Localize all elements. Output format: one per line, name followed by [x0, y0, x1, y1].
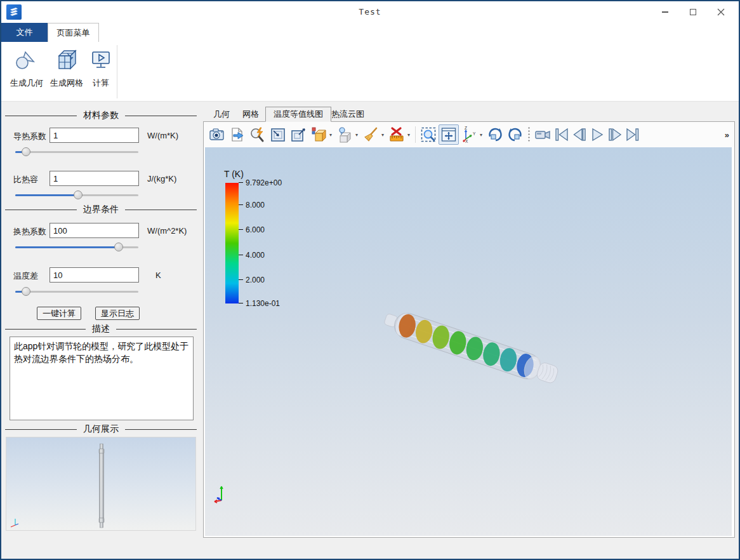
- ribbon-separator: [117, 45, 117, 98]
- thermal-conductivity-input[interactable]: [50, 128, 139, 143]
- tab-geometry[interactable]: 几何: [206, 107, 237, 122]
- temperature-diff-slider[interactable]: [15, 287, 138, 296]
- scene-light-icon[interactable]: [334, 124, 355, 145]
- window-title: Test: [1, 7, 739, 17]
- settings-sidebar: 材料参数 导热系数 W/(m*K) 比热容 J/(kg*K) 边界条件 换热系数…: [5, 105, 197, 537]
- slider-thumb[interactable]: [114, 243, 123, 251]
- group-header-boundary: 边界条件: [5, 204, 197, 215]
- zoom-extents-icon[interactable]: [248, 124, 268, 145]
- compute-button[interactable]: 计算: [86, 46, 116, 97]
- minimize-icon: [662, 11, 668, 13]
- ribbon: 生成几何 生成网格 计算: [1, 42, 739, 102]
- zoom-box-icon[interactable]: [418, 124, 439, 145]
- compute-icon: [88, 46, 114, 74]
- generate-mesh-icon: [54, 46, 79, 74]
- temperature-diff-label: 温度差: [13, 270, 38, 282]
- specific-heat-label: 比热容: [13, 174, 38, 185]
- app-window: Test 文件 页面菜单 生成几何: [0, 0, 740, 560]
- heat-transfer-coeff-slider[interactable]: [15, 243, 138, 251]
- canvas-axes-icon: [214, 483, 230, 504]
- generate-mesh-label: 生成网格: [50, 77, 83, 89]
- graphics-panel: 几何 网格 温度等值线图 热流云图: [202, 105, 736, 538]
- specific-heat-input[interactable]: [50, 171, 139, 186]
- zoom-out-box-icon[interactable]: [288, 124, 308, 145]
- view-axes-icon[interactable]: ZYX: [459, 124, 479, 145]
- last-frame-icon[interactable]: [624, 124, 642, 145]
- previous-frame-icon[interactable]: [571, 124, 588, 145]
- plot-tab-bar: 几何 网格 温度等值线图 热流云图: [202, 107, 736, 122]
- temperature-diff-unit: K: [155, 270, 161, 280]
- rotate-cw-icon[interactable]: [485, 124, 505, 145]
- zoom-in-box-icon[interactable]: [268, 124, 288, 145]
- snapshot-icon[interactable]: [207, 124, 227, 145]
- graphics-toolbar: ▾ ▾ ▾ ▾ ZYX ▾: [204, 122, 734, 147]
- view-axes-dropdown-caret[interactable]: ▾: [480, 132, 485, 138]
- appearance-cube-icon[interactable]: [308, 124, 329, 145]
- toolbar-dotted-separator: [528, 126, 530, 143]
- group-header-preview: 几何展示: [5, 424, 197, 434]
- heat-transfer-coeff-label: 换热系数: [13, 226, 46, 237]
- clear-dropdown-caret[interactable]: ▾: [381, 132, 387, 138]
- specific-heat-slider[interactable]: [15, 190, 138, 199]
- svg-text:Y: Y: [473, 131, 476, 136]
- shaft-model-3d: [381, 292, 585, 387]
- play-icon[interactable]: [588, 124, 606, 145]
- toolbar-separator: [415, 126, 416, 143]
- description-textarea[interactable]: 此app针对调节轮的模型，研究了此模型处于热对流边界条件下的热场分布。: [10, 337, 194, 420]
- generate-geometry-button[interactable]: 生成几何: [7, 46, 46, 97]
- thermal-conductivity-slider[interactable]: [15, 147, 138, 156]
- pan-icon[interactable]: [439, 124, 459, 145]
- preview-axes-icon: [11, 519, 18, 527]
- colorbar-gradient: [225, 183, 239, 303]
- plot-canvas[interactable]: T (K) 9.792e+008.0006.0004.0002.0001.130…: [205, 147, 732, 536]
- generate-geometry-icon: [14, 46, 39, 74]
- geometry-preview-canvas[interactable]: [6, 437, 196, 531]
- heat-transfer-coeff-unit: W/(m^2*K): [147, 226, 187, 236]
- group-header-material: 材料参数: [5, 110, 197, 121]
- colorbar-ticks: 9.792e+008.0006.0004.0002.0001.130e-01: [239, 183, 308, 303]
- heat-transfer-coeff-input[interactable]: [50, 223, 139, 238]
- svg-text:Z: Z: [465, 126, 467, 130]
- scene-light-dropdown-caret[interactable]: ▾: [355, 132, 360, 138]
- title-bar: Test: [1, 1, 739, 23]
- close-icon: [717, 8, 725, 16]
- specific-heat-unit: J/(kg*K): [147, 174, 176, 183]
- generate-mesh-button[interactable]: 生成网格: [47, 46, 86, 97]
- appearance-dropdown-caret[interactable]: ▾: [329, 132, 334, 138]
- slider-thumb[interactable]: [74, 190, 83, 199]
- slider-thumb[interactable]: [22, 147, 30, 156]
- show-log-button[interactable]: 显示日志: [95, 307, 140, 320]
- ribbon-tab-bar: 文件 页面菜单: [1, 23, 739, 42]
- generate-geometry-label: 生成几何: [10, 77, 43, 89]
- tab-mesh[interactable]: 网格: [235, 107, 267, 122]
- plot-pane: ▾ ▾ ▾ ▾ ZYX ▾: [203, 121, 735, 538]
- temperature-diff-input[interactable]: [50, 267, 139, 283]
- minimize-button[interactable]: [651, 1, 679, 23]
- tab-page-menu[interactable]: 页面菜单: [48, 23, 99, 42]
- slider-thumb[interactable]: [22, 287, 30, 296]
- record-movie-icon[interactable]: [532, 124, 553, 145]
- group-header-description: 描述: [5, 324, 197, 334]
- rotate-ccw-icon[interactable]: [505, 124, 525, 145]
- thermal-conductivity-unit: W/(m*K): [147, 131, 178, 140]
- toolbar-overflow-button[interactable]: »: [725, 130, 729, 140]
- first-frame-icon[interactable]: [553, 124, 571, 145]
- maximize-button[interactable]: [679, 1, 707, 23]
- preview-shaft-model: [6, 437, 197, 531]
- window-controls: [651, 1, 735, 23]
- tab-temperature-contour[interactable]: 温度等值线图: [265, 107, 331, 122]
- next-frame-icon[interactable]: [606, 124, 624, 145]
- clear-broom-icon[interactable]: [360, 124, 381, 145]
- svg-text:X: X: [465, 139, 468, 143]
- colorbar-title: T (K): [224, 169, 244, 179]
- close-button[interactable]: [707, 1, 735, 23]
- compute-label: 计算: [93, 77, 109, 89]
- hide-measure-icon[interactable]: [387, 124, 407, 145]
- export-image-icon[interactable]: [227, 124, 248, 145]
- hide-measure-dropdown-caret[interactable]: ▾: [407, 132, 413, 138]
- thermal-conductivity-label: 导热系数: [13, 131, 46, 142]
- tab-file[interactable]: 文件: [1, 23, 48, 42]
- one-click-compute-button[interactable]: 一键计算: [37, 307, 81, 320]
- maximize-icon: [690, 9, 696, 15]
